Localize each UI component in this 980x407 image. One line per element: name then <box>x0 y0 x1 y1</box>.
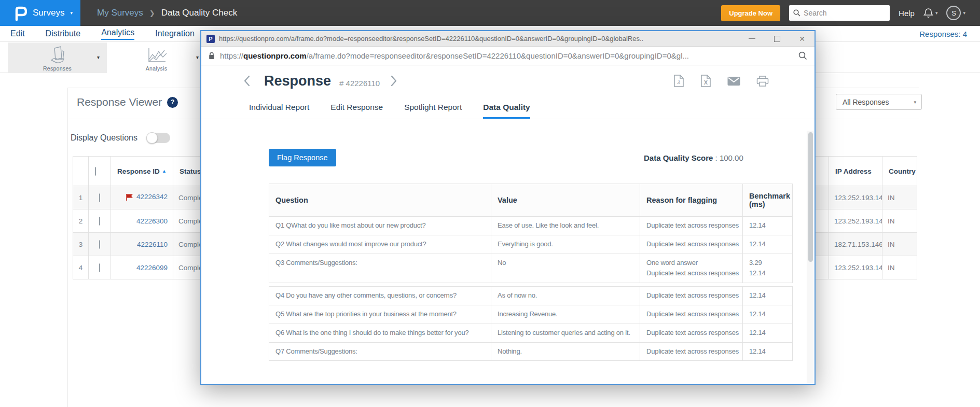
dq-row: Q6 What is the one thing I should do to … <box>269 324 793 343</box>
responses-document-icon <box>47 46 68 67</box>
ip-cell: 123.252.193.148 <box>829 209 882 233</box>
breadcrumb-current: Data Quality Check <box>161 8 237 18</box>
display-questions-control: Display Questions <box>71 133 170 143</box>
dq-question: Q6 What is the one thing I should do to … <box>269 324 491 343</box>
dq-row: Q7 Comments/Suggestions: Nothing. Duplic… <box>269 343 793 361</box>
chevron-down-icon: ▾ <box>70 10 73 16</box>
dq-reason: One word answerDuplicate text across res… <box>640 254 743 284</box>
response-id-cell: 42226110 <box>111 233 173 256</box>
dq-value: Listening to customer queries and acting… <box>491 324 640 343</box>
display-questions-toggle[interactable] <box>147 133 170 143</box>
nav-item-edit[interactable]: Edit <box>10 29 25 38</box>
row-number: 2 <box>73 209 89 233</box>
toolbar-tile-analysis[interactable]: ▾ Analysis <box>107 43 206 73</box>
dq-value: Ease of use. Like the look and feel. <box>491 217 640 235</box>
notifications-button[interactable]: ▾ <box>923 8 938 19</box>
upgrade-now-button[interactable]: Upgrade Now <box>721 5 780 21</box>
minimize-icon[interactable] <box>749 38 755 39</box>
export-pdf-icon[interactable]: λ <box>673 75 684 88</box>
row-checkbox[interactable] <box>99 193 100 202</box>
row-checkbox[interactable] <box>99 240 100 249</box>
flag-response-button[interactable]: Flag Response <box>269 149 336 166</box>
display-questions-label: Display Questions <box>71 133 137 143</box>
dq-question: Q4 Do you have any other comments, quest… <box>269 287 491 305</box>
window-titlebar[interactable]: P https://questionpro.com/a/frame.do?mod… <box>201 31 815 47</box>
toolbar-tile-responses[interactable]: ▾ Responses <box>8 43 107 73</box>
ip-address-header: IP Address <box>829 157 882 186</box>
nav-item-analytics[interactable]: Analytics <box>101 28 134 40</box>
scrollbar-thumb[interactable] <box>808 132 813 262</box>
breadcrumb-separator-icon: ❯ <box>149 9 155 17</box>
tab-data-quality[interactable]: Data Quality <box>483 103 530 119</box>
response-id-link[interactable]: 42226342 <box>126 193 168 201</box>
all-responses-dropdown[interactable]: All Responses ▾ <box>836 94 922 110</box>
row-number-header <box>73 157 89 186</box>
export-actions: λ X <box>673 75 769 88</box>
card-left-border <box>67 88 68 407</box>
topbar: Surveys ▾ My Surveys ❯ Data Quality Chec… <box>0 0 980 26</box>
row-checkbox[interactable] <box>99 217 100 226</box>
breadcrumb-my-surveys[interactable]: My Surveys <box>97 8 143 18</box>
ip-cell: 182.71.153.146 <box>829 233 882 256</box>
tab-spotlight-report[interactable]: Spotlight Report <box>404 103 462 119</box>
export-excel-icon[interactable]: X <box>700 75 711 88</box>
response-id-link[interactable]: 42226300 <box>136 217 168 225</box>
tab-individual-report[interactable]: Individual Report <box>249 103 309 119</box>
chevron-down-icon: ▾ <box>97 54 100 60</box>
response-id-cell: 42226099 <box>111 256 173 279</box>
response-id-header[interactable]: Response ID▲ <box>111 157 173 186</box>
avatar: S <box>946 6 961 20</box>
response-header: Response # 42226110 λ X <box>201 65 815 96</box>
dq-header-row: Question Value Reason for flagging Bench… <box>269 184 793 217</box>
page-title: Response Viewer <box>77 96 162 108</box>
response-id-cell: 42226342 <box>111 186 173 209</box>
response-id-cell: 42226300 <box>111 209 173 233</box>
nav-item-distribute[interactable]: Distribute <box>46 29 81 38</box>
dq-benchmark: 12.14 <box>743 305 793 324</box>
tab-edit-response[interactable]: Edit Response <box>330 103 383 119</box>
zoom-page-icon[interactable] <box>798 51 807 60</box>
print-icon[interactable] <box>756 75 769 87</box>
row-select-cell <box>89 186 111 209</box>
nav-item-integration[interactable]: Integration <box>155 29 195 38</box>
scrollbar-track[interactable] <box>807 131 813 383</box>
dq-row: Q4 Do you have any other comments, quest… <box>269 287 793 305</box>
address-bar[interactable]: https://questionpro.com/a/frame.do?mode=… <box>201 47 815 65</box>
row-select-cell <box>89 233 111 256</box>
spacer-row <box>269 283 793 287</box>
dq-reason: Duplicate text across responses <box>640 305 743 324</box>
close-icon[interactable]: ✕ <box>799 35 805 43</box>
response-id-link[interactable]: 42226110 <box>137 241 168 248</box>
dq-reason: Duplicate text across responses <box>640 343 743 361</box>
dq-reason: Duplicate text across responses <box>640 217 743 235</box>
all-responses-value: All Responses <box>843 98 889 106</box>
next-response-button[interactable] <box>391 75 397 87</box>
data-quality-score: Data Quality Score : 100.00 <box>644 153 743 162</box>
toggle-knob <box>146 132 158 144</box>
product-switcher[interactable]: Surveys ▾ <box>0 0 80 26</box>
lock-icon <box>209 52 215 60</box>
previous-response-button[interactable] <box>244 75 250 87</box>
dq-benchmark: 12.14 <box>743 343 793 361</box>
account-menu[interactable]: S ▾ <box>946 6 965 20</box>
product-label: Surveys <box>33 8 64 18</box>
dq-header-value: Value <box>491 184 640 217</box>
maximize-icon[interactable] <box>774 36 780 42</box>
response-id-link[interactable]: 42226099 <box>136 264 168 272</box>
email-icon[interactable] <box>727 76 740 86</box>
response-title: Response <box>264 73 331 89</box>
ip-cell: 123.252.193.148 <box>829 256 882 279</box>
window-title-url: https://questionpro.com/a/frame.do?mode=… <box>219 35 738 43</box>
select-all-checkbox[interactable] <box>95 167 96 176</box>
row-checkbox[interactable] <box>99 263 100 272</box>
search-input[interactable] <box>804 9 881 17</box>
ip-cell: 123.252.193.148 <box>829 186 882 209</box>
topbar-actions: Upgrade Now Help ▾ S ▾ <box>721 5 980 21</box>
sort-ascending-icon: ▲ <box>162 169 167 174</box>
dq-question: Q1 QWhat do you like most about our new … <box>269 217 491 235</box>
help-circle-icon[interactable]: ? <box>167 97 178 108</box>
tile-label: Responses <box>8 65 107 72</box>
dq-header-benchmark: Benchmark (ms) <box>743 184 793 217</box>
global-search[interactable] <box>789 5 890 21</box>
help-link[interactable]: Help <box>899 9 915 18</box>
